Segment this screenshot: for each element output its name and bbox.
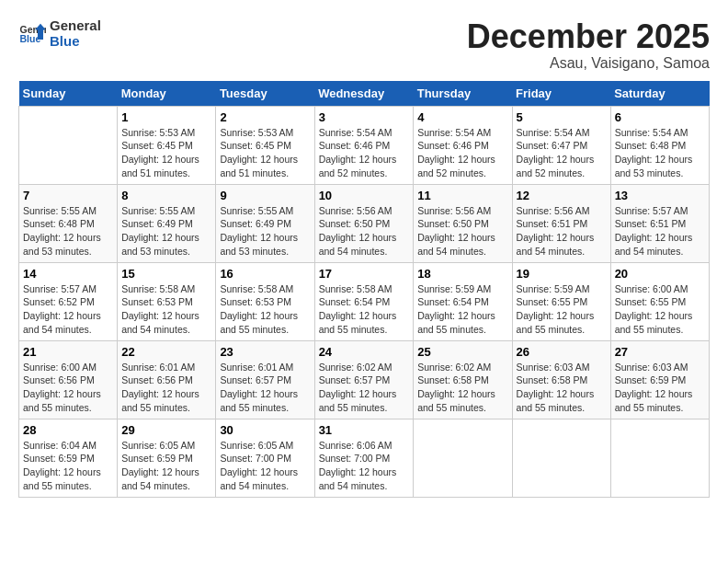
calendar-cell: 27Sunrise: 6:03 AM Sunset: 6:59 PM Dayli…	[610, 340, 709, 419]
calendar-cell: 14Sunrise: 5:57 AM Sunset: 6:52 PM Dayli…	[19, 262, 118, 340]
calendar-cell: 13Sunrise: 5:57 AM Sunset: 6:51 PM Dayli…	[610, 184, 709, 262]
day-number: 26	[517, 345, 607, 359]
day-info: Sunrise: 5:56 AM Sunset: 6:50 PM Dayligh…	[319, 204, 410, 259]
day-info: Sunrise: 5:54 AM Sunset: 6:46 PM Dayligh…	[319, 126, 410, 180]
calendar-cell: 10Sunrise: 5:56 AM Sunset: 6:50 PM Dayli…	[314, 184, 414, 262]
calendar-cell	[610, 419, 709, 497]
day-info: Sunrise: 5:55 AM Sunset: 6:49 PM Dayligh…	[121, 204, 211, 259]
day-info: Sunrise: 5:56 AM Sunset: 6:50 PM Dayligh…	[417, 204, 507, 259]
day-number: 14	[23, 267, 113, 281]
week-row: 21Sunrise: 6:00 AM Sunset: 6:56 PM Dayli…	[19, 340, 710, 419]
calendar-cell: 1Sunrise: 5:53 AM Sunset: 6:45 PM Daylig…	[118, 106, 216, 184]
day-number: 28	[23, 423, 113, 437]
day-info: Sunrise: 6:06 AM Sunset: 7:00 PM Dayligh…	[319, 439, 410, 493]
calendar-cell: 30Sunrise: 6:05 AM Sunset: 7:00 PM Dayli…	[216, 419, 314, 497]
day-info: Sunrise: 5:59 AM Sunset: 6:54 PM Dayligh…	[417, 282, 507, 337]
day-info: Sunrise: 6:03 AM Sunset: 6:59 PM Dayligh…	[615, 361, 705, 415]
day-info: Sunrise: 5:58 AM Sunset: 6:53 PM Dayligh…	[121, 282, 211, 337]
day-number: 15	[121, 267, 211, 281]
calendar-cell: 19Sunrise: 5:59 AM Sunset: 6:55 PM Dayli…	[512, 262, 610, 340]
day-number: 6	[615, 110, 705, 124]
day-number: 31	[319, 423, 410, 437]
calendar-cell: 12Sunrise: 5:56 AM Sunset: 6:51 PM Dayli…	[512, 184, 610, 262]
day-number: 21	[23, 345, 113, 359]
week-row: 28Sunrise: 6:04 AM Sunset: 6:59 PM Dayli…	[19, 419, 710, 497]
calendar-cell: 6Sunrise: 5:54 AM Sunset: 6:48 PM Daylig…	[610, 106, 709, 184]
day-info: Sunrise: 6:01 AM Sunset: 6:56 PM Dayligh…	[121, 361, 211, 415]
day-number: 3	[319, 110, 410, 124]
day-number: 16	[220, 267, 310, 281]
col-header-friday: Friday	[512, 81, 610, 107]
day-info: Sunrise: 5:55 AM Sunset: 6:49 PM Dayligh…	[220, 204, 310, 259]
day-info: Sunrise: 5:58 AM Sunset: 6:53 PM Dayligh…	[220, 282, 310, 337]
logo-general: General	[50, 18, 101, 34]
calendar-cell: 7Sunrise: 5:55 AM Sunset: 6:48 PM Daylig…	[19, 184, 118, 262]
title-block: December 2025 Asau, Vaisigano, Samoa	[467, 18, 710, 72]
col-header-saturday: Saturday	[610, 81, 709, 107]
day-number: 27	[615, 345, 705, 359]
day-info: Sunrise: 5:57 AM Sunset: 6:52 PM Dayligh…	[23, 282, 113, 337]
day-info: Sunrise: 5:54 AM Sunset: 6:46 PM Dayligh…	[417, 126, 507, 180]
day-number: 4	[417, 110, 507, 124]
calendar-cell: 29Sunrise: 6:05 AM Sunset: 6:59 PM Dayli…	[118, 419, 216, 497]
day-info: Sunrise: 5:57 AM Sunset: 6:51 PM Dayligh…	[615, 204, 705, 259]
calendar-cell	[414, 419, 512, 497]
page-header: General Blue General Blue December 2025 …	[18, 18, 710, 72]
day-number: 9	[220, 189, 310, 202]
day-info: Sunrise: 6:05 AM Sunset: 6:59 PM Dayligh…	[121, 439, 211, 493]
calendar-cell: 28Sunrise: 6:04 AM Sunset: 6:59 PM Dayli…	[19, 419, 118, 497]
calendar-cell: 15Sunrise: 5:58 AM Sunset: 6:53 PM Dayli…	[118, 262, 216, 340]
day-info: Sunrise: 6:01 AM Sunset: 6:57 PM Dayligh…	[220, 361, 310, 415]
calendar-cell: 17Sunrise: 5:58 AM Sunset: 6:54 PM Dayli…	[314, 262, 414, 340]
month-title: December 2025	[467, 18, 710, 55]
day-info: Sunrise: 6:04 AM Sunset: 6:59 PM Dayligh…	[23, 439, 113, 493]
day-number: 8	[121, 189, 211, 202]
day-info: Sunrise: 6:03 AM Sunset: 6:58 PM Dayligh…	[517, 361, 607, 415]
calendar-cell: 18Sunrise: 5:59 AM Sunset: 6:54 PM Dayli…	[414, 262, 512, 340]
calendar-cell: 25Sunrise: 6:02 AM Sunset: 6:58 PM Dayli…	[414, 340, 512, 419]
calendar-cell: 2Sunrise: 5:53 AM Sunset: 6:45 PM Daylig…	[216, 106, 314, 184]
day-number: 13	[615, 189, 705, 202]
day-number: 24	[319, 345, 410, 359]
day-number: 22	[121, 345, 211, 359]
col-header-monday: Monday	[118, 81, 216, 107]
day-number: 25	[417, 345, 507, 359]
calendar-table: SundayMondayTuesdayWednesdayThursdayFrid…	[18, 81, 710, 498]
day-info: Sunrise: 5:54 AM Sunset: 6:48 PM Dayligh…	[615, 126, 705, 180]
day-info: Sunrise: 6:00 AM Sunset: 6:56 PM Dayligh…	[23, 361, 113, 415]
day-info: Sunrise: 5:55 AM Sunset: 6:48 PM Dayligh…	[23, 204, 113, 259]
day-info: Sunrise: 5:54 AM Sunset: 6:47 PM Dayligh…	[517, 126, 607, 180]
day-number: 19	[517, 267, 607, 281]
calendar-cell: 16Sunrise: 5:58 AM Sunset: 6:53 PM Dayli…	[216, 262, 314, 340]
week-row: 1Sunrise: 5:53 AM Sunset: 6:45 PM Daylig…	[19, 106, 710, 184]
calendar-cell: 11Sunrise: 5:56 AM Sunset: 6:50 PM Dayli…	[414, 184, 512, 262]
logo-blue: Blue	[50, 34, 101, 50]
day-info: Sunrise: 5:53 AM Sunset: 6:45 PM Dayligh…	[121, 126, 211, 180]
day-info: Sunrise: 6:00 AM Sunset: 6:55 PM Dayligh…	[615, 282, 705, 337]
day-number: 17	[319, 267, 410, 281]
calendar-cell: 5Sunrise: 5:54 AM Sunset: 6:47 PM Daylig…	[512, 106, 610, 184]
svg-text:Blue: Blue	[20, 33, 41, 44]
day-number: 23	[220, 345, 310, 359]
day-info: Sunrise: 5:58 AM Sunset: 6:54 PM Dayligh…	[319, 282, 410, 337]
calendar-cell: 20Sunrise: 6:00 AM Sunset: 6:55 PM Dayli…	[610, 262, 709, 340]
day-number: 20	[615, 267, 705, 281]
col-header-thursday: Thursday	[414, 81, 512, 107]
calendar-cell: 9Sunrise: 5:55 AM Sunset: 6:49 PM Daylig…	[216, 184, 314, 262]
calendar-cell: 4Sunrise: 5:54 AM Sunset: 6:46 PM Daylig…	[414, 106, 512, 184]
calendar-cell: 8Sunrise: 5:55 AM Sunset: 6:49 PM Daylig…	[118, 184, 216, 262]
calendar-cell: 23Sunrise: 6:01 AM Sunset: 6:57 PM Dayli…	[216, 340, 314, 419]
day-info: Sunrise: 5:59 AM Sunset: 6:55 PM Dayligh…	[517, 282, 607, 337]
day-number: 7	[23, 189, 113, 202]
day-info: Sunrise: 6:02 AM Sunset: 6:58 PM Dayligh…	[417, 361, 507, 415]
logo-icon: General Blue	[18, 20, 46, 48]
col-header-sunday: Sunday	[19, 81, 118, 107]
day-number: 1	[121, 110, 211, 124]
calendar-cell: 3Sunrise: 5:54 AM Sunset: 6:46 PM Daylig…	[314, 106, 414, 184]
location: Asau, Vaisigano, Samoa	[467, 55, 710, 72]
calendar-cell	[512, 419, 610, 497]
day-number: 18	[417, 267, 507, 281]
day-number: 11	[417, 189, 507, 202]
day-number: 5	[517, 110, 607, 124]
calendar-cell	[19, 106, 118, 184]
